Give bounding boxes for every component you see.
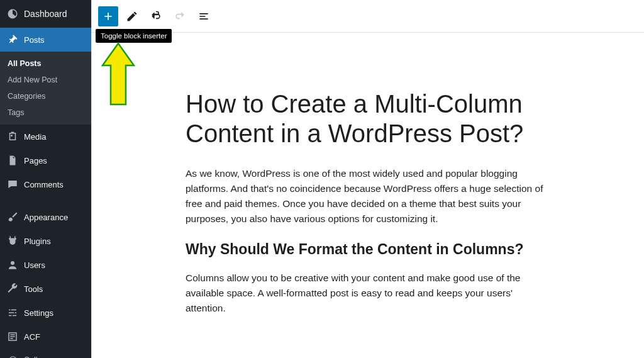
settings-icon: [6, 306, 19, 319]
pin-icon: [6, 33, 19, 46]
sidebar-item-dashboard[interactable]: Dashboard: [0, 0, 91, 28]
undo-button[interactable]: [146, 6, 166, 26]
tools-icon: [6, 282, 19, 295]
sidebar-item-acf[interactable]: ACF: [0, 325, 91, 349]
appearance-label: Appearance: [24, 213, 68, 222]
post-paragraph-2[interactable]: Columns allow you to be creative with yo…: [186, 271, 550, 316]
media-label: Media: [24, 132, 46, 142]
sidebar-item-pages[interactable]: Pages: [0, 148, 91, 172]
document-overview-button[interactable]: [194, 6, 214, 26]
sidebar-item-plugins[interactable]: Plugins: [0, 229, 91, 253]
posts-label: Posts: [24, 35, 45, 45]
pages-icon: [6, 154, 19, 167]
editor-content[interactable]: How to Create a Multi-Column Content in …: [92, 33, 644, 358]
sidebar-item-posts[interactable]: Posts: [0, 28, 91, 52]
brush-icon: [6, 211, 19, 223]
sub-tags[interactable]: Tags: [0, 104, 91, 121]
editor-main: Toggle block inserter How to Create a Mu…: [91, 0, 644, 358]
comments-icon: [6, 178, 19, 191]
tools-label: Tools: [24, 284, 43, 294]
plugins-label: Plugins: [24, 237, 51, 246]
sidebar-item-comments[interactable]: Comments: [0, 172, 91, 196]
posts-submenu: All Posts Add New Post Categories Tags: [0, 52, 91, 125]
sub-categories[interactable]: Categories: [0, 88, 91, 104]
sidebar-item-media[interactable]: Media: [0, 125, 91, 148]
sidebar-item-users[interactable]: Users: [0, 253, 91, 277]
sub-add-new[interactable]: Add New Post: [0, 72, 91, 88]
post-paragraph-1[interactable]: As we know, WordPress is one of the most…: [186, 166, 550, 227]
acf-icon: [6, 330, 19, 343]
collapse-label: Collapse menu: [24, 355, 76, 358]
post-heading-2[interactable]: Why Should We Format the Content in Colu…: [186, 240, 550, 259]
users-label: Users: [24, 260, 45, 270]
redo-button[interactable]: [170, 6, 190, 26]
post-body: How to Create a Multi-Column Content in …: [167, 89, 569, 316]
post-title[interactable]: How to Create a Multi-Column Content in …: [186, 89, 550, 148]
block-inserter-button[interactable]: [98, 6, 118, 26]
sidebar-item-appearance[interactable]: Appearance: [0, 205, 91, 229]
users-icon: [6, 259, 19, 271]
dashboard-label: Dashboard: [24, 9, 67, 19]
sidebar-item-settings[interactable]: Settings: [0, 301, 91, 325]
collapse-icon: [6, 354, 19, 358]
callout-arrow-icon: [99, 40, 137, 109]
editor-toolbar: Toggle block inserter: [92, 0, 644, 33]
media-icon: [6, 130, 19, 143]
settings-label: Settings: [24, 308, 53, 318]
dashboard-icon: [6, 8, 19, 20]
sidebar-collapse[interactable]: Collapse menu: [0, 349, 91, 358]
acf-label: ACF: [24, 332, 40, 342]
admin-sidebar: Dashboard Posts All Posts Add New Post C…: [0, 0, 91, 358]
sidebar-item-tools[interactable]: Tools: [0, 277, 91, 301]
sub-all-posts[interactable]: All Posts: [0, 55, 91, 72]
edit-mode-button[interactable]: [122, 6, 142, 26]
plugin-icon: [6, 235, 19, 247]
pages-label: Pages: [24, 156, 47, 165]
comments-label: Comments: [24, 180, 64, 189]
